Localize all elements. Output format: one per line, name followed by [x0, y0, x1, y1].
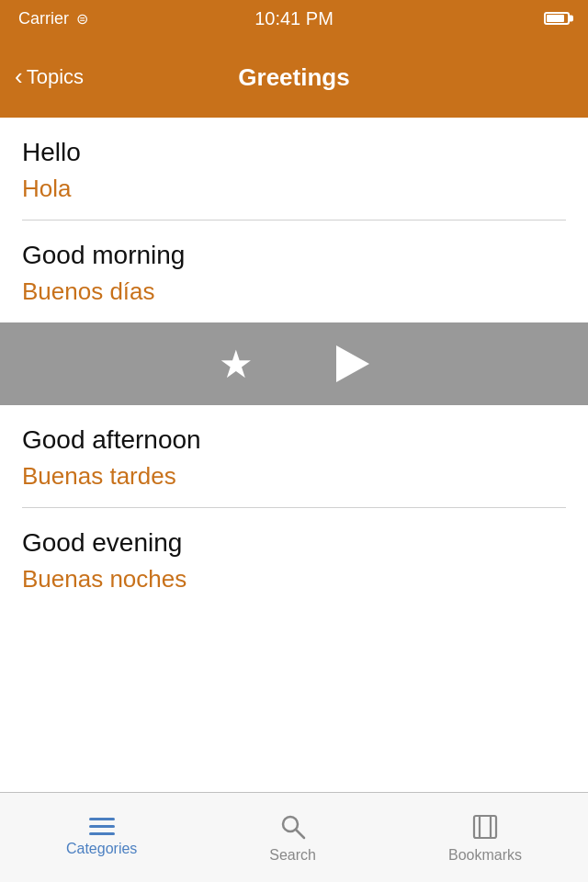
- tab-categories-label: Categories: [66, 841, 137, 857]
- nav-bar: ‹ Topics Greetings: [0, 37, 588, 118]
- list-item[interactable]: Good evening Buenas noches: [0, 508, 588, 610]
- phrase-english: Good evening: [22, 528, 566, 558]
- tab-bookmarks[interactable]: Bookmarks: [430, 805, 540, 871]
- phrase-english: Good afternoon: [22, 425, 566, 455]
- phrase-spanish: Buenas tardes: [22, 462, 566, 491]
- action-bar: ★: [0, 322, 588, 405]
- tab-bookmarks-label: Bookmarks: [448, 847, 522, 864]
- tab-search[interactable]: Search: [251, 805, 334, 871]
- list-item[interactable]: Good morning Buenos días: [0, 220, 588, 322]
- phrase-english: Hello: [22, 138, 566, 167]
- categories-icon: [89, 818, 115, 835]
- back-chevron-icon: ‹: [15, 64, 23, 88]
- tab-bar: Categories Search Bookmarks: [0, 792, 588, 882]
- phrase-spanish: Buenas noches: [22, 565, 566, 594]
- back-button[interactable]: ‹ Topics: [15, 65, 84, 89]
- back-label: Topics: [27, 65, 84, 89]
- wifi-icon: ⊜: [76, 10, 88, 28]
- list-item[interactable]: Good afternoon Buenas tardes: [0, 405, 588, 507]
- tab-categories[interactable]: Categories: [48, 810, 155, 865]
- bookmark-star-button[interactable]: ★: [219, 342, 254, 387]
- svg-line-1: [296, 830, 304, 838]
- status-time: 10:41 PM: [254, 8, 334, 29]
- phrase-english: Good morning: [22, 241, 566, 270]
- tab-search-label: Search: [269, 847, 316, 864]
- status-bar: Carrier ⊜ 10:41 PM: [0, 0, 588, 37]
- carrier-text: Carrier: [18, 9, 69, 28]
- battery-icon: [544, 12, 570, 25]
- phrase-spanish: Buenos días: [22, 277, 566, 306]
- play-button[interactable]: [336, 345, 369, 382]
- svg-rect-2: [474, 816, 496, 838]
- list-item[interactable]: Hello Hola: [0, 118, 588, 220]
- phrase-spanish: Hola: [22, 175, 566, 203]
- bookmarks-icon: [470, 812, 500, 842]
- search-icon: [278, 812, 308, 842]
- content-area: Hello Hola Good morning Buenos días ★ Go…: [0, 118, 588, 792]
- page-title: Greetings: [238, 63, 349, 92]
- status-left: Carrier ⊜: [18, 9, 88, 28]
- status-right: [544, 12, 570, 25]
